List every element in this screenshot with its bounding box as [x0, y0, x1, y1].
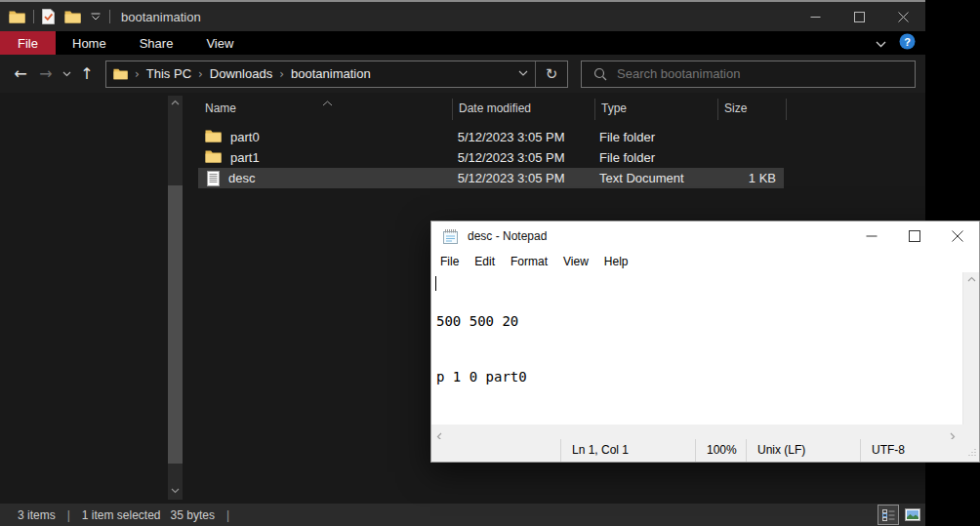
notepad-app-icon [442, 228, 459, 245]
close-button[interactable] [936, 222, 979, 251]
file-type: Text Document [593, 171, 715, 185]
breadcrumb-bootanimation[interactable]: bootanimation [291, 66, 371, 81]
search-input[interactable] [615, 65, 888, 82]
svg-text:?: ? [904, 35, 911, 47]
explorer-window-folder-icon [9, 10, 25, 23]
column-header-date-modified[interactable]: Date modified [453, 99, 595, 120]
explorer-status-bar: 3 items | 1 item selected 35 bytes | [0, 504, 925, 526]
search-icon [593, 67, 607, 81]
large-icons-view-button[interactable] [902, 505, 923, 525]
quick-access-properties-icon[interactable] [41, 9, 56, 24]
up-button[interactable]: ↑ [74, 61, 100, 87]
close-button[interactable] [881, 2, 925, 31]
minimize-button[interactable] [794, 2, 837, 31]
explorer-titlebar[interactable]: bootanimation [0, 2, 925, 31]
tab-home[interactable]: Home [56, 31, 123, 55]
selection-size: 35 bytes [171, 508, 215, 522]
scrollbar-thumb[interactable] [168, 185, 183, 464]
column-header-type[interactable]: Type [595, 99, 718, 120]
address-folder-icon [113, 67, 128, 80]
file-date: 5/12/2023 3:05 PM [452, 171, 593, 185]
explorer-window-controls [794, 2, 925, 31]
address-bar[interactable]: › This PC › Downloads › bootanimation ↻ [105, 61, 568, 88]
ribbon-expand-chevron-icon[interactable] [876, 34, 886, 52]
editor-line: p 1 0 part0 [436, 368, 962, 386]
notepad-editor[interactable]: 500 500 20 p 1 0 part0 p 0 0 part1 [431, 272, 962, 425]
file-size: 1 KB [715, 171, 784, 185]
refresh-button[interactable]: ↻ [536, 61, 567, 87]
help-icon[interactable]: ? [899, 33, 916, 54]
table-row-part1[interactable]: part1 5/12/2023 3:05 PM File folder [198, 147, 784, 168]
tab-file[interactable]: File [0, 31, 56, 55]
table-row-desc[interactable]: desc 5/12/2023 3:05 PM Text Document 1 K… [198, 168, 784, 188]
notepad-titlebar[interactable]: desc - Notepad [431, 222, 979, 251]
encoding: UTF-8 [860, 439, 979, 462]
scroll-up-icon[interactable] [963, 276, 980, 282]
file-name: part0 [230, 130, 260, 144]
notepad-window: desc - Notepad File Edit Format View Hel… [430, 221, 980, 463]
breadcrumb-this-pc[interactable]: This PC [146, 66, 191, 81]
folder-icon [205, 129, 222, 145]
nav-pane-scrollbar[interactable] [168, 96, 183, 500]
menu-edit[interactable]: Edit [467, 255, 503, 268]
line-ending: Unix (LF) [746, 439, 860, 462]
notepad-window-title: desc - Notepad [468, 229, 547, 243]
search-box[interactable] [581, 61, 916, 88]
zoom-level: 100% [695, 439, 746, 462]
file-list: part0 5/12/2023 3:05 PM File folder part… [198, 127, 784, 188]
breadcrumb-downloads[interactable]: Downloads [210, 66, 272, 81]
file-date: 5/12/2023 3:05 PM [452, 150, 593, 165]
tab-view[interactable]: View [189, 31, 250, 55]
file-type: File folder [593, 130, 715, 144]
notepad-horizontal-scrollbar[interactable] [431, 425, 979, 439]
menu-file[interactable]: File [432, 255, 467, 268]
maximize-button[interactable] [893, 222, 936, 251]
scroll-down-icon[interactable] [168, 484, 183, 498]
back-button[interactable]: ← [8, 61, 33, 87]
separator [109, 10, 110, 23]
maximize-button[interactable] [837, 2, 881, 31]
menu-view[interactable]: View [555, 255, 596, 268]
menu-help[interactable]: Help [596, 255, 636, 268]
ribbon-tab-bar: File Home Share View ? [0, 31, 925, 55]
separator [33, 10, 34, 23]
notepad-vertical-scrollbar[interactable] [962, 272, 979, 425]
text-caret [435, 276, 436, 291]
address-dropdown-chevron-icon[interactable] [511, 61, 535, 87]
file-date: 5/12/2023 3:05 PM [452, 130, 593, 144]
column-header-size[interactable]: Size [718, 99, 787, 120]
status-divider: | [67, 508, 70, 522]
forward-button[interactable]: → [33, 61, 59, 87]
address-toolbar: ← → ↑ › This PC › Downloads › bootanimat… [0, 55, 925, 93]
view-toggle-buttons [878, 505, 923, 525]
notepad-menubar: File Edit Format View Help [431, 251, 979, 272]
file-list-header: Name Date modified Type Size [198, 99, 787, 120]
scroll-up-icon[interactable] [168, 96, 183, 109]
notepad-window-controls [850, 222, 979, 251]
status-divider: | [226, 508, 229, 522]
editor-line: 500 500 20 [436, 312, 962, 331]
breadcrumb-separator: › [279, 67, 284, 81]
tab-share[interactable]: Share [123, 31, 190, 55]
file-name: desc [228, 171, 255, 185]
quick-access-customize-chevron-icon[interactable] [90, 13, 102, 21]
minimize-button[interactable] [850, 222, 893, 251]
table-row-part0[interactable]: part0 5/12/2023 3:05 PM File folder [198, 127, 784, 147]
status-spacer [431, 439, 560, 462]
notepad-status-bar: Ln 1, Col 1 100% Unix (LF) UTF-8 [431, 439, 979, 462]
details-view-button[interactable] [878, 505, 899, 525]
file-name: part1 [230, 150, 260, 165]
menu-format[interactable]: Format [503, 255, 555, 268]
folder-icon [205, 149, 222, 166]
items-count: 3 items [18, 508, 56, 522]
file-type: File folder [593, 150, 715, 165]
recent-locations-chevron-icon[interactable] [59, 61, 74, 87]
selection-count: 1 item selected [82, 508, 161, 522]
explorer-window-title: bootanimation [121, 10, 201, 24]
column-header-name[interactable]: Name [198, 99, 453, 120]
resize-grip[interactable] [967, 446, 977, 460]
quick-access-new-folder-icon[interactable] [64, 10, 81, 23]
cursor-position: Ln 1, Col 1 [560, 439, 695, 462]
text-document-icon [207, 171, 220, 186]
breadcrumb-separator: › [198, 67, 203, 81]
